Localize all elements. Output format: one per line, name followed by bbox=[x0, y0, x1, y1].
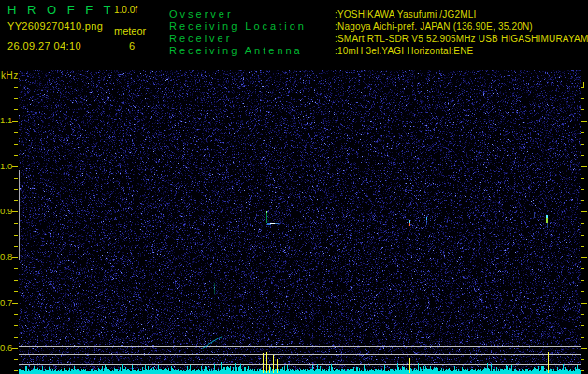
info-row: Receiving Antenna:10mH 3el.YAGI Horizont… bbox=[169, 45, 588, 57]
freq-tick-left bbox=[12, 303, 18, 304]
info-label: Receiving Antenna bbox=[169, 45, 303, 56]
freq-unit-label: kHz bbox=[1, 70, 19, 80]
freq-tick-left bbox=[12, 257, 18, 258]
freq-tick-right bbox=[581, 200, 584, 201]
freq-tick-label: 0.9 bbox=[0, 206, 12, 216]
freq-tick-left bbox=[14, 325, 18, 326]
info-row: Receiving Location:Nagoya Aichi-pref. JA… bbox=[169, 21, 588, 33]
freq-tick-left bbox=[12, 211, 18, 212]
freq-tick-left bbox=[14, 189, 18, 190]
freq-tick-right bbox=[581, 132, 584, 133]
freq-tick-right bbox=[581, 314, 584, 315]
freq-tick-right bbox=[581, 166, 587, 167]
info-label: Receiver bbox=[169, 33, 232, 44]
freq-tick-right bbox=[581, 303, 587, 304]
freq-tick-left bbox=[14, 144, 18, 145]
info-label: Receiving Location bbox=[169, 21, 307, 32]
freq-tick-left bbox=[14, 280, 18, 280]
freq-tick-left bbox=[14, 132, 18, 133]
freq-tick-left bbox=[14, 235, 18, 236]
freq-tick-right bbox=[581, 223, 584, 224]
freq-tick-left bbox=[14, 98, 18, 99]
freq-tick-right bbox=[581, 155, 584, 156]
freq-tick-left bbox=[12, 166, 18, 167]
info-value: :10mH 3el.YAGI Horizontal:ENE bbox=[335, 46, 473, 56]
freq-tick-left bbox=[14, 268, 18, 269]
info-row: Receiver:SMArt RTL-SDR V5 52.905MHz USB … bbox=[169, 33, 588, 45]
freq-tick-left bbox=[14, 291, 18, 292]
freq-tick-left bbox=[14, 223, 18, 224]
freq-tick-right bbox=[581, 121, 587, 122]
app-title: H R O F F T bbox=[7, 3, 115, 17]
freq-tick-label: 1.1 bbox=[0, 115, 12, 125]
freq-tick-left bbox=[14, 155, 18, 156]
freq-tick-right bbox=[581, 348, 587, 349]
freq-tick-right bbox=[581, 257, 587, 258]
freq-tick-label: 0.6 bbox=[0, 342, 12, 352]
freq-tick-label: 1.0 bbox=[0, 161, 12, 171]
freq-tick-left bbox=[14, 246, 18, 247]
freq-tick-right bbox=[581, 144, 584, 145]
freq-tick-left bbox=[14, 178, 18, 179]
freq-tick-right bbox=[581, 109, 584, 110]
info-row: Ovserver:YOSHIKAWA Yasufumi /JG2MLI bbox=[169, 8, 588, 21]
freq-tick-right bbox=[581, 211, 587, 212]
freq-tick-label: 0.8 bbox=[0, 252, 12, 262]
info-value: :SMArt RTL-SDR V5 52.905MHz USB HIGASHIM… bbox=[335, 34, 588, 44]
datetime-label: 26.09.27 04:10 bbox=[7, 40, 81, 51]
freq-tick-left bbox=[14, 314, 18, 315]
info-value: :YOSHIKAWA Yasufumi /JG2MLI bbox=[335, 9, 477, 20]
freq-tick-right bbox=[581, 291, 584, 292]
freq-tick-left bbox=[14, 87, 18, 88]
freq-tick-left bbox=[14, 109, 18, 110]
freq-tick-left bbox=[14, 200, 18, 201]
freq-tick-right bbox=[581, 246, 584, 247]
freq-tick-right bbox=[581, 98, 584, 99]
version-label: 1.0.0f bbox=[114, 5, 137, 15]
meteor-count: 6 bbox=[129, 40, 135, 51]
freq-tick-left bbox=[12, 121, 18, 122]
hrofft-window: H R O F F T 1.0.0f YY2609270410.png mete… bbox=[0, 0, 588, 374]
freq-tick-right bbox=[581, 325, 584, 326]
freq-tick-right bbox=[581, 268, 584, 269]
freq-tick-right bbox=[581, 189, 584, 190]
info-label: Ovserver bbox=[169, 8, 234, 20]
freq-tick-right bbox=[581, 235, 584, 236]
spectrogram-canvas bbox=[19, 70, 581, 374]
freq-tick-right bbox=[581, 337, 584, 338]
info-value: :Nagoya Aichi-pref. JAPAN (136.90E, 35.2… bbox=[335, 22, 533, 32]
freq-tick-right bbox=[581, 280, 584, 280]
freq-tick-right bbox=[581, 370, 584, 371]
freq-tick-left bbox=[12, 348, 18, 349]
station-info: Ovserver:YOSHIKAWA Yasufumi /JG2MLIRecei… bbox=[169, 8, 588, 61]
time-tick bbox=[583, 82, 584, 88]
mode-label: meteor bbox=[114, 25, 146, 36]
freq-tick-right bbox=[581, 178, 584, 179]
freq-tick-right bbox=[581, 359, 584, 360]
filename-label: YY2609270410.png bbox=[7, 21, 103, 32]
freq-tick-label: 0.7 bbox=[0, 297, 12, 308]
freq-tick-left bbox=[14, 359, 18, 360]
freq-tick-left bbox=[14, 370, 18, 371]
freq-tick-left bbox=[14, 337, 18, 338]
